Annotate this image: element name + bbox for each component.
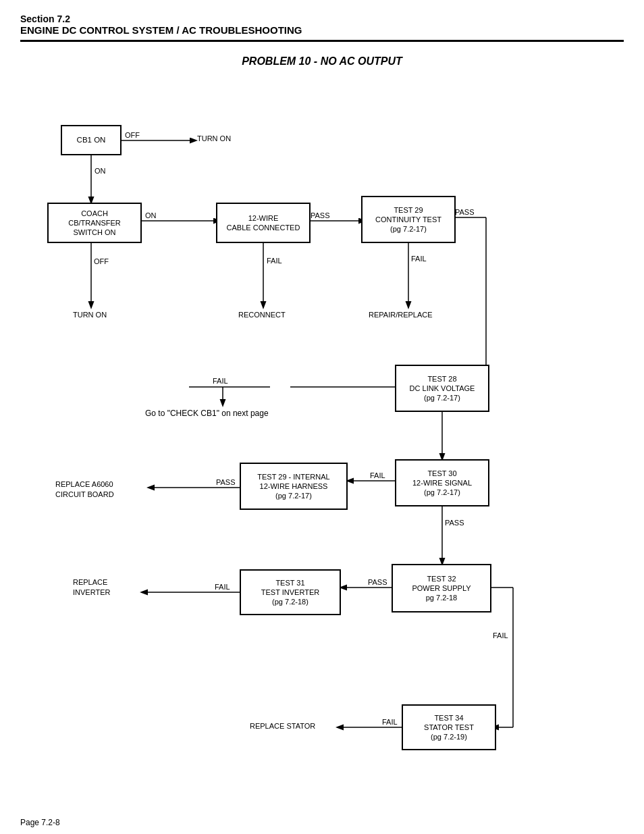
svg-text:PASS: PASS: [216, 478, 236, 486]
page-number: Page 7.2-8: [20, 818, 60, 827]
diagram-area: OFF ON ON PASS PASS FAIL: [20, 84, 624, 814]
coach-cb-box: COACH CB/TRANSFERSWITCH ON: [47, 203, 142, 243]
turn-on-top-label: TURN ON: [197, 134, 231, 142]
test28-box: TEST 28DC LINK VOLTAGE(pg 7.2-17): [395, 365, 489, 412]
diagram-svg: OFF ON ON PASS PASS FAIL: [20, 84, 624, 814]
problem-title: PROBLEM 10 - NO AC OUTPUT: [20, 55, 624, 68]
svg-text:OFF: OFF: [94, 257, 109, 265]
cb1on-box: CB1 ON: [61, 125, 122, 155]
check-cb1-label: Go to "CHECK CB1" on next page: [145, 409, 269, 418]
test32-box: TEST 32POWER SUPPLYpg 7.2-18: [392, 564, 491, 613]
svg-text:ON: ON: [145, 211, 157, 219]
test30-box: TEST 3012-WIRE SIGNAL(pg 7.2-17): [395, 459, 489, 506]
section-label: Section 7.2: [20, 14, 624, 24]
replace-stator-label: REPLACE STATOR: [250, 722, 315, 730]
svg-text:PASS: PASS: [311, 211, 330, 219]
svg-text:FAIL: FAIL: [213, 377, 228, 385]
replace-inverter-label: REPLACEINVERTER: [73, 577, 110, 598]
svg-text:FAIL: FAIL: [493, 631, 508, 640]
svg-text:PASS: PASS: [445, 519, 464, 527]
svg-text:PASS: PASS: [455, 208, 475, 216]
svg-text:ON: ON: [95, 167, 106, 175]
replace-a6060-label: REPLACE A6060CIRCUIT BOARD: [55, 479, 114, 500]
svg-text:FAIL: FAIL: [215, 583, 230, 591]
wire12-box: 12-WIRECABLE CONNECTED: [216, 203, 311, 243]
repair-replace-label: REPAIR/REPLACE: [369, 311, 433, 319]
svg-text:FAIL: FAIL: [382, 718, 398, 726]
test34-box: TEST 34STATOR TEST(pg 7.2-19): [402, 704, 496, 750]
reconnect-label: RECONNECT: [238, 311, 286, 319]
section-title: ENGINE DC CONTROL SYSTEM / AC TROUBLESHO…: [20, 24, 624, 36]
svg-text:FAIL: FAIL: [267, 257, 282, 265]
test31-box: TEST 31TEST INVERTER(pg 7.2-18): [240, 569, 341, 615]
turn-on-left-label: TURN ON: [73, 311, 107, 319]
svg-text:OFF: OFF: [125, 131, 140, 139]
header-section: Section 7.2 ENGINE DC CONTROL SYSTEM / A…: [20, 14, 624, 42]
test29-cont-box: TEST 29CONTINUITY TEST(pg 7.2-17): [361, 196, 456, 243]
svg-text:FAIL: FAIL: [411, 255, 427, 263]
svg-text:PASS: PASS: [368, 578, 387, 586]
test29-int-box: TEST 29 - INTERNAL12-WIRE HARNESS(pg 7.2…: [240, 463, 348, 510]
svg-text:FAIL: FAIL: [370, 471, 385, 479]
